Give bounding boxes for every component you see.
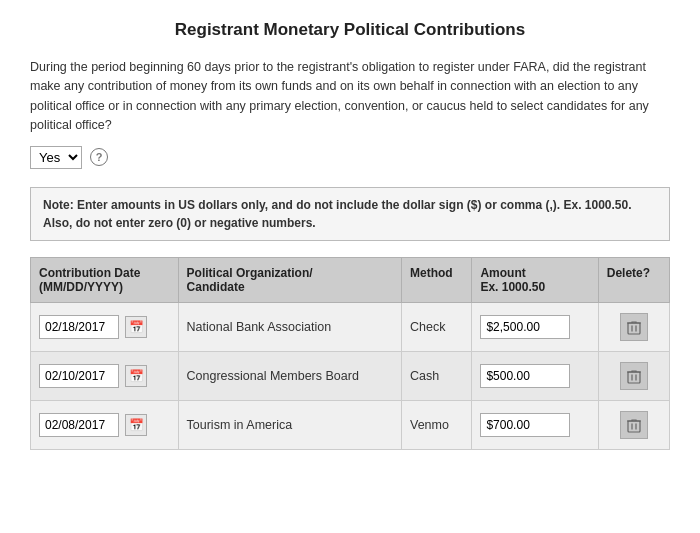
org-cell: Congressional Members Board: [178, 351, 401, 400]
date-input[interactable]: [39, 364, 119, 388]
amount-input[interactable]: [480, 364, 570, 388]
delete-button[interactable]: [620, 411, 648, 439]
amount-cell: [472, 302, 598, 351]
method-cell: Venmo: [402, 400, 472, 449]
col-header-amount: AmountEx. 1000.50: [472, 257, 598, 302]
date-cell: 📅: [31, 400, 179, 449]
delete-cell: [598, 302, 669, 351]
svg-rect-0: [628, 323, 640, 334]
date-cell: 📅: [31, 351, 179, 400]
yes-no-select[interactable]: Yes No: [30, 146, 82, 169]
delete-cell: [598, 351, 669, 400]
svg-rect-4: [628, 372, 640, 383]
date-input[interactable]: [39, 315, 119, 339]
col-header-org: Political Organization/Candidate: [178, 257, 401, 302]
calendar-icon[interactable]: 📅: [125, 365, 147, 387]
col-header-method: Method: [402, 257, 472, 302]
col-header-date: Contribution Date(MM/DD/YYYY): [31, 257, 179, 302]
table-row: 📅 National Bank AssociationCheck: [31, 302, 670, 351]
calendar-icon[interactable]: 📅: [125, 316, 147, 338]
description-text: During the period beginning 60 days prio…: [30, 58, 670, 136]
col-header-delete: Delete?: [598, 257, 669, 302]
org-cell: National Bank Association: [178, 302, 401, 351]
table-row: 📅 Congressional Members BoardCash: [31, 351, 670, 400]
method-cell: Check: [402, 302, 472, 351]
delete-button[interactable]: [620, 362, 648, 390]
date-input[interactable]: [39, 413, 119, 437]
page-title: Registrant Monetary Political Contributi…: [30, 20, 670, 40]
contributions-table: Contribution Date(MM/DD/YYYY) Political …: [30, 257, 670, 450]
svg-rect-8: [628, 421, 640, 432]
delete-button[interactable]: [620, 313, 648, 341]
note-box: Note: Enter amounts in US dollars only, …: [30, 187, 670, 241]
delete-cell: [598, 400, 669, 449]
amount-cell: [472, 400, 598, 449]
amount-input[interactable]: [480, 315, 570, 339]
org-cell: Tourism in America: [178, 400, 401, 449]
calendar-icon[interactable]: 📅: [125, 414, 147, 436]
date-cell: 📅: [31, 302, 179, 351]
amount-cell: [472, 351, 598, 400]
amount-input[interactable]: [480, 413, 570, 437]
help-icon[interactable]: ?: [90, 148, 108, 166]
method-cell: Cash: [402, 351, 472, 400]
table-row: 📅 Tourism in AmericaVenmo: [31, 400, 670, 449]
